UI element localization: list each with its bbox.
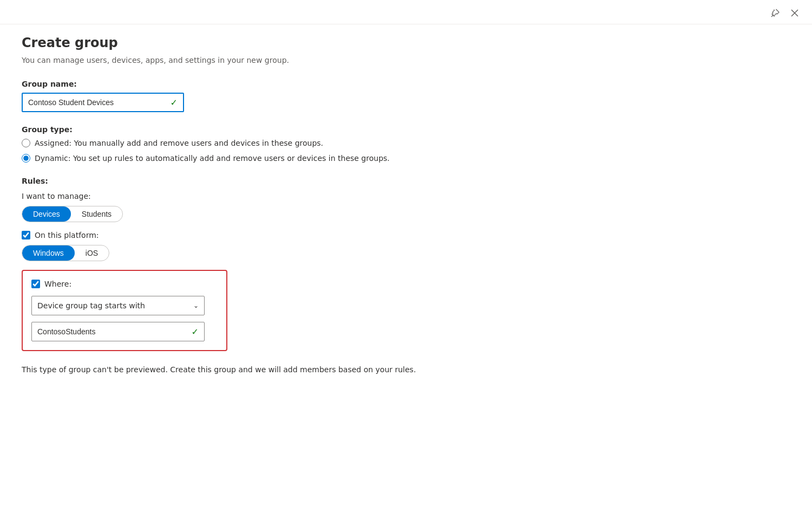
platform-checkbox-row: On this platform:: [22, 231, 466, 239]
group-name-label: Group name:: [22, 80, 466, 88]
manage-label: I want to manage:: [22, 192, 466, 200]
group-name-section: Group name: ✓: [22, 80, 466, 112]
condition-value-valid-icon: ✓: [192, 327, 199, 337]
radio-dynamic-label: Dynamic: You set up rules to automatical…: [35, 153, 390, 164]
toggle-devices[interactable]: Devices: [22, 206, 71, 222]
platform-checkbox-label: On this platform:: [35, 231, 99, 239]
where-checkbox-row: Where:: [31, 280, 218, 288]
group-name-input[interactable]: [28, 98, 166, 107]
rules-label: Rules:: [22, 177, 466, 185]
group-name-valid-icon: ✓: [171, 98, 178, 108]
footer-text: This type of group can't be previewed. C…: [22, 364, 466, 375]
condition-value-wrapper: ✓: [31, 322, 205, 341]
pin-icon[interactable]: [769, 7, 782, 20]
platform-checkbox[interactable]: [22, 231, 30, 239]
close-icon[interactable]: [788, 7, 801, 20]
where-highlight-box: Where: Device group tag starts with ⌄ ✓: [22, 270, 227, 351]
group-name-input-wrapper: ✓: [22, 93, 184, 112]
condition-dropdown-arrow: ⌄: [193, 302, 199, 309]
condition-dropdown[interactable]: Device group tag starts with ⌄: [31, 296, 205, 315]
radio-assigned-label: Assigned: You manually add and remove us…: [35, 138, 323, 149]
platform-toggle-group: Windows iOS: [22, 245, 109, 261]
radio-dynamic[interactable]: Dynamic: You set up rules to automatical…: [22, 153, 466, 164]
toggle-windows[interactable]: Windows: [22, 245, 75, 261]
create-group-panel: Create group You can manage users, devic…: [0, 0, 812, 518]
radio-dynamic-input[interactable]: [22, 154, 30, 163]
radio-assigned[interactable]: Assigned: You manually add and remove us…: [22, 138, 466, 149]
where-checkbox[interactable]: [31, 280, 40, 288]
toggle-students[interactable]: Students: [71, 206, 122, 222]
toggle-ios[interactable]: iOS: [75, 245, 109, 261]
where-checkbox-label: Where:: [44, 280, 71, 288]
main-content: Create group You can manage users, devic…: [0, 24, 487, 410]
top-bar: [0, 0, 812, 24]
group-type-section: Group type: Assigned: You manually add a…: [22, 125, 466, 164]
rules-section: Rules: I want to manage: Devices Student…: [22, 177, 466, 375]
manage-toggle-group: Devices Students: [22, 206, 123, 222]
group-type-label: Group type:: [22, 125, 466, 134]
subtitle-text: You can manage users, devices, apps, and…: [22, 56, 466, 64]
group-type-radio-group: Assigned: You manually add and remove us…: [22, 138, 466, 164]
condition-dropdown-value: Device group tag starts with: [37, 301, 145, 310]
radio-assigned-input[interactable]: [22, 139, 30, 147]
page-title: Create group: [22, 35, 466, 50]
condition-value-input[interactable]: [37, 327, 187, 336]
